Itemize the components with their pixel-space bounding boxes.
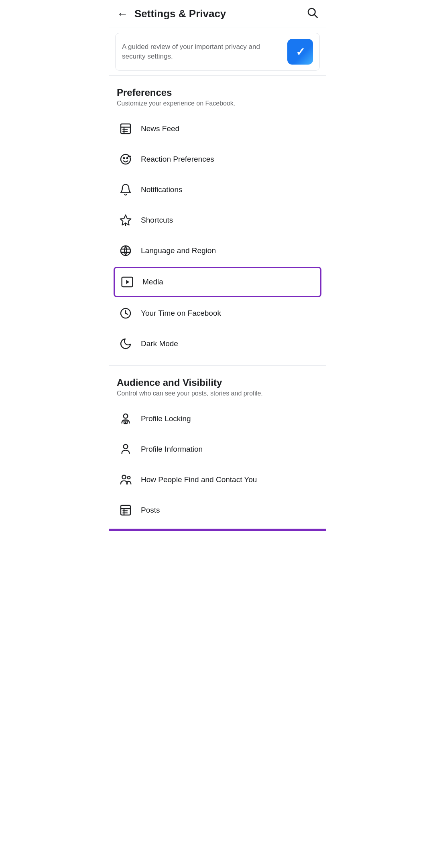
menu-item-how-people-find[interactable]: How People Find and Contact You (109, 464, 326, 495)
svg-rect-24 (121, 505, 130, 515)
dark-mode-label: Dark Mode (141, 339, 178, 348)
svg-point-23 (128, 476, 130, 479)
svg-point-9 (127, 158, 128, 159)
svg-point-22 (122, 475, 126, 479)
svg-marker-16 (126, 280, 129, 284)
search-button[interactable] (306, 6, 318, 21)
menu-item-posts[interactable]: Posts (109, 495, 326, 525)
newsfeed-icon (117, 120, 134, 138)
menu-item-your-time[interactable]: Your Time on Facebook (109, 298, 326, 329)
news-feed-label: News Feed (141, 124, 179, 133)
svg-point-10 (130, 156, 131, 157)
back-button[interactable]: ← (117, 8, 128, 20)
preferences-title: Preferences (117, 87, 318, 98)
clock-icon (117, 304, 134, 322)
language-region-label: Language and Region (141, 246, 216, 255)
reaction-preferences-label: Reaction Preferences (141, 155, 214, 164)
posts-icon (117, 501, 134, 519)
how-people-find-label: How People Find and Contact You (141, 475, 257, 484)
menu-item-language-region[interactable]: Language and Region (109, 235, 326, 266)
privacy-checkup-image (287, 39, 313, 65)
audience-subtitle: Control who can see your posts, stories … (117, 390, 318, 397)
profile-information-label: Profile Information (141, 445, 203, 454)
menu-item-profile-locking[interactable]: Profile Locking (109, 404, 326, 434)
page-title: Settings & Privacy (134, 8, 226, 20)
divider-top (109, 75, 326, 76)
audience-title: Audience and Visibility (117, 377, 318, 388)
profileinfo-icon (117, 440, 134, 458)
svg-line-1 (315, 15, 317, 18)
svg-point-21 (124, 444, 128, 449)
pin-icon (117, 211, 134, 229)
shortcuts-label: Shortcuts (141, 216, 173, 225)
globe-icon (117, 242, 134, 260)
menu-item-notifications[interactable]: Notifications (109, 174, 326, 205)
reaction-icon (117, 150, 134, 168)
svg-rect-2 (121, 124, 130, 134)
bottom-bar (109, 529, 326, 531)
preferences-menu-list: News Feed Reaction Preferences Notificat… (109, 114, 326, 362)
media-label: Media (142, 278, 163, 286)
top-nav: ← Settings & Privacy (109, 0, 326, 28)
nav-left: ← Settings & Privacy (117, 8, 226, 20)
posts-label: Posts (141, 506, 160, 515)
media-icon (118, 273, 136, 291)
privacy-checkup-card[interactable]: A guided review of your important privac… (115, 33, 320, 71)
audience-section: Audience and Visibility Control who can … (109, 369, 326, 404)
menu-item-shortcuts[interactable]: Shortcuts (109, 205, 326, 235)
audience-menu-list: Profile Locking Profile Information How … (109, 404, 326, 529)
divider-middle (109, 365, 326, 366)
privacy-checkup-text: A guided review of your important privac… (122, 42, 283, 61)
peoplecontact-icon (117, 471, 134, 489)
profilelock-icon (117, 410, 134, 428)
menu-item-profile-information[interactable]: Profile Information (109, 434, 326, 464)
menu-item-media[interactable]: Media (114, 267, 321, 297)
bell-icon (117, 181, 134, 199)
menu-item-news-feed[interactable]: News Feed (109, 114, 326, 144)
svg-point-8 (124, 158, 125, 159)
menu-item-reaction-preferences[interactable]: Reaction Preferences (109, 144, 326, 174)
svg-point-12 (121, 246, 130, 256)
moon-icon (117, 335, 134, 353)
menu-item-dark-mode[interactable]: Dark Mode (109, 329, 326, 359)
preferences-subtitle: Customize your experience on Facebook. (117, 100, 318, 107)
preferences-section: Preferences Customize your experience on… (109, 79, 326, 114)
your-time-label: Your Time on Facebook (141, 309, 221, 318)
profile-locking-label: Profile Locking (141, 414, 191, 423)
svg-point-18 (124, 414, 128, 418)
notifications-label: Notifications (141, 185, 183, 194)
